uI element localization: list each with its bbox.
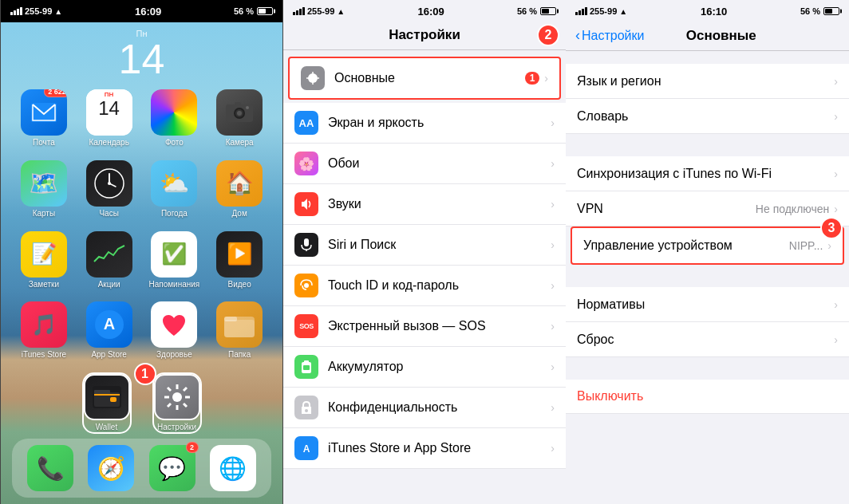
- dock-chrome[interactable]: 🌐: [210, 445, 256, 491]
- battery-settings-icon-wrap: [294, 355, 318, 379]
- back-label: Настройки: [582, 29, 644, 43]
- device-mgmt-value: NIPP...: [789, 239, 823, 252]
- app-maps[interactable]: 🗺️ Карты: [15, 160, 73, 223]
- itunes-settings-label: iTunes Store и App Store: [328, 441, 551, 455]
- general-row-device-mgmt[interactable]: Управление устройством NIPP... ›: [572, 228, 843, 263]
- dock-phone[interactable]: 📞: [27, 445, 73, 491]
- app-settings[interactable]: Настройки: [154, 374, 200, 432]
- status-left-1: 255-99 ▲: [10, 6, 62, 16]
- battery-icon-2: [540, 7, 556, 15]
- app-reminders[interactable]: ✅ Напоминания: [146, 231, 203, 294]
- app-folder[interactable]: Папка: [211, 301, 268, 364]
- battery-pct-1: 56 %: [234, 6, 254, 16]
- app-calendar[interactable]: ПН 14 Календарь: [81, 89, 138, 152]
- video-label: Видео: [228, 280, 251, 289]
- general-nav: ‹ Настройки Основные: [566, 22, 849, 51]
- settings-row-privacy[interactable]: Конфиденциальность ›: [283, 388, 566, 428]
- home-content: Пн 14 2 622 Почта ПН: [1, 22, 282, 504]
- wallet-ring: [82, 372, 132, 434]
- app-video[interactable]: ▶️ Видео: [211, 231, 268, 294]
- device-mgmt-row-wrap: 3 Управление устройством NIPP... ›: [571, 226, 844, 265]
- app-mail[interactable]: 2 622 Почта: [15, 89, 73, 152]
- step-badge-1: 1: [134, 363, 156, 385]
- date-number: 14: [1, 38, 282, 80]
- sounds-icon-wrap: [294, 192, 318, 216]
- dock-safari[interactable]: 🧭: [88, 445, 134, 491]
- svg-point-37: [304, 283, 309, 288]
- general-row-norms[interactable]: Нормативы ›: [566, 287, 849, 322]
- settings-row-sos[interactable]: SOS Экстренный вызов — SOS ›: [283, 306, 566, 347]
- general-row-highlighted[interactable]: Основные 1 ›: [288, 57, 561, 100]
- general-title: Основные: [650, 28, 792, 44]
- settings-section-main: Основные 1 › AA Экран и яркость › 🌸 Обои…: [283, 57, 566, 469]
- camera-icon: [216, 89, 263, 136]
- language-label: Язык и регион: [577, 74, 834, 89]
- battery-pct-2: 56 %: [517, 6, 537, 16]
- itunes-label: iTunes Store: [22, 350, 66, 360]
- app-camera[interactable]: Камера: [211, 89, 268, 152]
- app-stocks[interactable]: Акции: [81, 231, 138, 294]
- vpn-value: Не подключен: [756, 203, 829, 215]
- app-weather[interactable]: ⛅ Погода: [146, 160, 203, 223]
- mail-badge: 2 622: [44, 89, 67, 97]
- app-grid: 2 622 Почта ПН 14 Календарь: [1, 83, 282, 371]
- screen2-settings: 255-99 ▲ 16:09 56 % 2 Настройки: [283, 0, 566, 504]
- norms-label: Нормативы: [577, 297, 834, 312]
- settings-row-touchid[interactable]: Touch ID и код-пароль ›: [283, 266, 566, 306]
- reminders-label: Напоминания: [148, 280, 199, 289]
- back-button[interactable]: ‹ Настройки: [575, 27, 644, 44]
- settings-list: Основные 1 › AA Экран и яркость › 🌸 Обои…: [283, 50, 566, 504]
- settings-row-display[interactable]: AA Экран и яркость ›: [283, 103, 566, 144]
- dock: 📞 🧭 💬 2 🌐: [12, 439, 271, 498]
- app-itunes[interactable]: 🎵 iTunes Store: [15, 301, 73, 364]
- pre-dock-row: 1 Wallet: [1, 371, 282, 435]
- general-badge: 1: [525, 72, 540, 85]
- general-row-reset[interactable]: Сброс ›: [566, 322, 849, 357]
- general-row-dictionary[interactable]: Словарь ›: [566, 99, 849, 134]
- appstore-label: App Store: [91, 350, 126, 360]
- maps-icon: 🗺️: [21, 160, 67, 207]
- app-health[interactable]: Здоровье: [146, 301, 203, 364]
- calendar-label: Календарь: [89, 138, 128, 148]
- svg-text:A: A: [303, 443, 310, 455]
- general-row-vpn[interactable]: VPN Не подключен ›: [566, 191, 849, 226]
- dock-messages[interactable]: 💬 2: [149, 445, 195, 491]
- back-chevron-icon: ‹: [575, 27, 580, 44]
- settings-row-wallpaper[interactable]: 🌸 Обои ›: [283, 144, 566, 184]
- health-icon: [151, 301, 197, 348]
- display-label: Экран и яркость: [328, 116, 551, 130]
- step-badge-2: 2: [537, 24, 559, 46]
- general-row-language[interactable]: Язык и регион ›: [566, 64, 849, 99]
- mail-label: Почта: [33, 138, 55, 148]
- settings-row-sounds[interactable]: Звуки ›: [283, 184, 566, 225]
- svg-rect-14: [224, 320, 255, 337]
- video-icon: ▶️: [216, 231, 263, 278]
- app-notes[interactable]: 📝 Заметки: [15, 231, 73, 294]
- app-home[interactable]: 🏠 Дом: [211, 160, 268, 223]
- signal-icon-3: [575, 7, 587, 15]
- app-wallet[interactable]: Wallet: [84, 374, 130, 432]
- section-gap-0: [566, 51, 849, 64]
- settings-row-itunes[interactable]: A iTunes Store и App Store ›: [283, 428, 566, 469]
- general-row-itunes-sync[interactable]: Синхронизация с iTunes по Wi-Fi ›: [566, 156, 849, 191]
- sos-label: Экстренный вызов — SOS: [328, 319, 551, 333]
- app-appstore[interactable]: A App Store: [81, 301, 138, 364]
- title-wrap: 2 Настройки: [283, 22, 566, 50]
- app-photos[interactable]: Фото: [146, 89, 203, 152]
- stocks-icon: [86, 231, 132, 278]
- health-label: Здоровье: [156, 350, 192, 360]
- calendar-icon: ПН 14: [86, 89, 132, 136]
- general-row-inner[interactable]: Основные 1 ›: [290, 58, 559, 98]
- settings-row-siri[interactable]: Siri и Поиск ›: [283, 225, 566, 266]
- home-label: Дом: [231, 209, 247, 219]
- wifi-icon-1: ▲: [54, 7, 62, 16]
- svg-point-10: [108, 182, 111, 185]
- turn-off-row[interactable]: Выключить: [566, 380, 849, 414]
- app-clock[interactable]: Часы: [81, 160, 138, 223]
- section-gap-1: [566, 134, 849, 156]
- sounds-label: Звуки: [328, 197, 551, 211]
- settings-row-battery[interactable]: Аккумулятор ›: [283, 347, 566, 388]
- date-area: Пн 14: [1, 22, 282, 83]
- section-gap-2: [566, 265, 849, 287]
- settings-title: Настройки: [283, 27, 566, 43]
